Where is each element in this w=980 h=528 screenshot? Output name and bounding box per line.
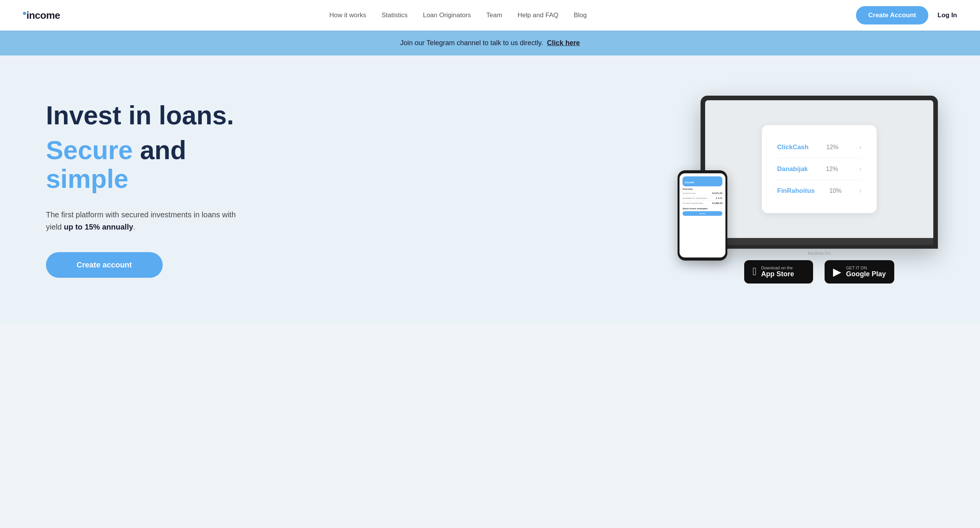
laptop-base (705, 238, 933, 245)
laptop: ClickCash 12% › Danabijak 12% › FinRahoi… (701, 96, 938, 249)
laptop-foot (705, 245, 933, 249)
hero-desc-bold: up to 15% annually (64, 223, 133, 231)
loan-arrow-1: › (859, 144, 861, 151)
hero-and: and (133, 135, 186, 165)
nav-loan-originators[interactable]: Loan Originators (423, 11, 471, 19)
phone-label-3: Current investments (683, 202, 703, 204)
brand-name: income (26, 10, 60, 21)
nav-login-button[interactable]: Log In (938, 11, 957, 19)
loan-name-1: ClickCash (777, 143, 808, 151)
apple-icon:  (753, 266, 756, 278)
phone-value-2: € 4.71 (716, 197, 722, 199)
loan-arrow-2: › (859, 166, 861, 173)
loan-rate-2: 12% (826, 166, 838, 173)
hero-description: The first platform with secured investme… (46, 209, 237, 233)
nav-links: How it works Statistics Loan Originators… (329, 11, 586, 19)
loan-rate-3: 10% (829, 187, 841, 194)
phone-invest-button[interactable]: Invest (683, 211, 722, 216)
loan-list-card: ClickCash 12% › Danabijak 12% › FinRahoi… (762, 125, 877, 213)
laptop-wrapper: ClickCash 12% › Danabijak 12% › FinRahoi… (701, 96, 938, 249)
nav-how-it-works[interactable]: How it works (329, 11, 366, 19)
google-badge-store: Google Play (846, 270, 886, 278)
loan-item-3[interactable]: FinRahoitus 10% › (777, 180, 861, 202)
loan-name-2: Danabijak (777, 165, 808, 173)
telegram-banner: Join our Telegram channel to talk to us … (0, 31, 980, 55)
nav-statistics[interactable]: Statistics (382, 11, 408, 19)
logo-dot (23, 12, 26, 15)
phone-label-2: Available for investment (683, 197, 707, 199)
hero-title-line2: Secure and simple (46, 136, 268, 193)
phone-brand: income (685, 181, 694, 184)
hero-desc-end: . (133, 223, 136, 231)
google-badge-texts: GET IT ON Google Play (846, 266, 886, 278)
nav-create-account-button[interactable]: Create Account (856, 6, 928, 24)
navbar: income How it works Statistics Loan Orig… (0, 0, 980, 31)
phone-overview-label: Overview (683, 188, 722, 190)
hero-secure: Secure (46, 135, 133, 165)
nav-team[interactable]: Team (486, 11, 502, 19)
logo[interactable]: income (23, 10, 60, 21)
loan-rate-1: 12% (826, 144, 838, 151)
phone-row-2: Available for investment € 4.71 (683, 196, 722, 201)
hero-create-account-button[interactable]: Create account (46, 252, 163, 278)
phone: income Overview Account size €4,971.00 A… (678, 170, 727, 261)
apple-store-badge[interactable]:  Download on the App Store (744, 260, 813, 284)
phone-invest-section: Quick invest strategies (683, 207, 722, 210)
loan-name-3: FinRahoitus (777, 187, 815, 195)
google-play-badge[interactable]: ▶ GET IT ON Google Play (825, 260, 894, 284)
nav-help-faq[interactable]: Help and FAQ (518, 11, 559, 19)
app-badges-row:  Download on the App Store ▶ GET IT ON … (744, 260, 894, 284)
loan-item-2[interactable]: Danabijak 12% › (777, 158, 861, 180)
phone-value-1: €4,971.00 (712, 192, 722, 194)
hero-simple: simple (46, 164, 128, 193)
banner-text: Join our Telegram channel to talk to us … (400, 39, 543, 47)
hero-title-line1: Invest in loans. (46, 101, 268, 130)
phone-label-1: Account size (683, 192, 696, 194)
hero-section: Invest in loans. Secure and simple The f… (0, 55, 980, 323)
phone-header: income (683, 176, 722, 186)
apple-badge-store: App Store (761, 270, 794, 278)
hero-left: Invest in loans. Secure and simple The f… (46, 101, 268, 277)
google-badge-prefix: GET IT ON (846, 266, 886, 270)
nav-right: Create Account Log In (856, 6, 957, 24)
hero-right: ClickCash 12% › Danabijak 12% › FinRahoi… (689, 96, 949, 284)
phone-row-3: Current investments €4,966.29 (683, 201, 722, 206)
loan-item-1[interactable]: ClickCash 12% › (777, 137, 861, 158)
banner-link[interactable]: Click here (547, 39, 580, 47)
phone-wrapper: income Overview Account size €4,971.00 A… (678, 170, 727, 261)
phone-row-1: Account size €4,971.00 (683, 191, 722, 196)
apple-badge-texts: Download on the App Store (761, 266, 794, 278)
google-play-icon: ▶ (833, 266, 841, 278)
phone-screen: income Overview Account size €4,971.00 A… (679, 173, 725, 257)
phone-value-3: €4,966.29 (712, 202, 722, 204)
loan-arrow-3: › (859, 187, 861, 194)
nav-blog[interactable]: Blog (574, 11, 587, 19)
apple-badge-prefix: Download on the (761, 266, 794, 270)
laptop-screen: ClickCash 12% › Danabijak 12% › FinRahoi… (705, 100, 933, 238)
